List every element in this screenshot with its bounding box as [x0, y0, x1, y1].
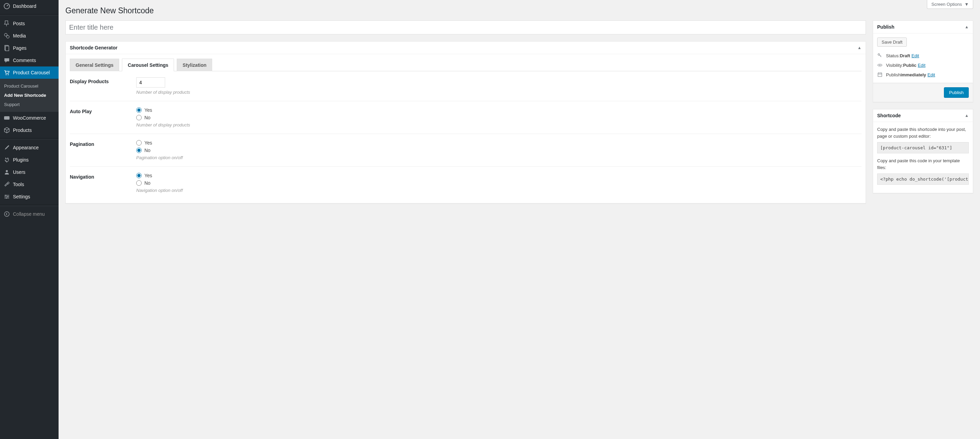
visibility-label: Visibility: — [886, 63, 903, 68]
sidebar-submenu: Product Carousel Add New Shortcode Suppo… — [0, 79, 59, 112]
sidebar-item-label: Pages — [13, 45, 27, 51]
radio-label: Yes — [145, 107, 152, 113]
sidebar-item-tools[interactable]: Tools — [0, 178, 59, 190]
field-description: Pagination option on/off — [136, 155, 862, 160]
sidebar-item-label: Posts — [13, 21, 25, 26]
shortcode-instruction-1: Copy and paste this shortcode into your … — [877, 126, 969, 139]
display-products-input[interactable] — [136, 77, 165, 88]
radio-label: No — [145, 148, 151, 153]
shortcode-generator-box: Shortcode Generator ▲ General Settings C… — [65, 41, 866, 203]
save-draft-button[interactable]: Save Draft — [877, 37, 907, 47]
svg-point-11 — [6, 198, 7, 199]
sidebar-item-products[interactable]: Products — [0, 124, 59, 136]
plug-icon — [3, 156, 10, 163]
sidebar-item-pages[interactable]: Pages — [0, 42, 59, 54]
edit-status-link[interactable]: Edit — [912, 53, 919, 58]
chevron-down-icon: ▼ — [963, 2, 969, 7]
svg-point-2 — [6, 35, 9, 38]
sidebar-item-woocommerce[interactable]: WooCommerce — [0, 112, 59, 124]
cart-icon — [3, 69, 10, 76]
collapse-icon — [3, 211, 10, 217]
sidebar-item-label: Comments — [13, 57, 36, 63]
sidebar-item-posts[interactable]: Posts — [0, 18, 59, 30]
svg-point-5 — [6, 74, 7, 75]
shortcode-code-1[interactable]: [product-carousel id="631"] — [877, 142, 969, 153]
box-title: Publish — [877, 24, 894, 30]
screen-options-label: Screen Options — [931, 2, 962, 7]
edit-publish-link[interactable]: Edit — [928, 72, 935, 77]
field-navigation: Navigation Yes No Navigation option on/o… — [70, 167, 862, 199]
sidebar-item-label: Users — [13, 169, 25, 175]
comment-icon — [3, 57, 10, 64]
svg-point-9 — [5, 195, 6, 196]
sidebar-item-dashboard[interactable]: Dashboard — [0, 0, 59, 12]
sidebar-item-users[interactable]: Users — [0, 166, 59, 178]
autoplay-no-radio[interactable] — [136, 115, 142, 120]
status-label: Status: — [886, 53, 900, 58]
sidebar-item-media[interactable]: Media — [0, 30, 59, 42]
box-icon — [3, 127, 10, 134]
calendar-icon — [877, 72, 884, 77]
field-display-products: Display Products Number of display produ… — [70, 71, 862, 101]
status-value: Draft — [900, 53, 910, 58]
edit-visibility-link[interactable]: Edit — [918, 63, 925, 68]
box-toggle[interactable]: ▲ — [965, 113, 969, 118]
publish-value: immediately — [900, 72, 926, 77]
publish-date-row: Publish immediately Edit — [877, 70, 969, 80]
sidebar-item-product-carousel[interactable]: Product Carousel — [0, 67, 59, 79]
page-icon — [3, 45, 10, 51]
page-title: Generate New Shortcode — [65, 0, 973, 21]
sidebar-item-label: Plugins — [13, 157, 29, 163]
visibility-value: Public — [903, 63, 916, 68]
submenu-item-support[interactable]: Support — [0, 100, 59, 109]
sidebar-item-label: WooCommerce — [13, 115, 46, 121]
pin-icon — [3, 20, 10, 27]
field-label: Pagination — [70, 140, 136, 160]
title-input[interactable] — [65, 21, 866, 34]
dashboard-icon — [3, 3, 10, 10]
svg-point-8 — [6, 170, 8, 172]
woocommerce-icon — [3, 115, 10, 121]
svg-point-10 — [8, 196, 8, 197]
box-toggle[interactable]: ▲ — [965, 24, 969, 29]
eye-icon — [877, 62, 884, 68]
publish-button[interactable]: Publish — [944, 87, 969, 98]
pagination-no-radio[interactable] — [136, 148, 142, 153]
wrench-icon — [3, 181, 10, 188]
svg-point-6 — [8, 74, 9, 75]
sidebar-item-collapse[interactable]: Collapse menu — [0, 208, 59, 220]
svg-rect-7 — [4, 116, 10, 120]
sidebar-item-appearance[interactable]: Appearance — [0, 142, 59, 154]
pagination-yes-radio[interactable] — [136, 140, 142, 145]
submenu-item-product-carousel[interactable]: Product Carousel — [0, 81, 59, 91]
tab-stylization[interactable]: Stylization — [177, 59, 212, 71]
shortcode-box: Shortcode ▲ Copy and paste this shortcod… — [873, 109, 973, 193]
sidebar-item-plugins[interactable]: Plugins — [0, 154, 59, 166]
screen-options-button[interactable]: Screen Options ▼ — [927, 0, 973, 9]
autoplay-yes-radio[interactable] — [136, 107, 142, 113]
main-content: Screen Options ▼ Generate New Shortcode … — [59, 0, 980, 439]
navigation-no-radio[interactable] — [136, 180, 142, 186]
status-row: Status: Draft Edit — [877, 51, 969, 60]
sidebar-item-label: Products — [13, 128, 32, 133]
shortcode-instruction-2: Copy and paste this code in your templat… — [877, 158, 969, 171]
sidebar-item-settings[interactable]: Settings — [0, 190, 59, 203]
sidebar-item-label: Product Carousel — [13, 70, 50, 75]
sidebar-item-label: Tools — [13, 182, 24, 187]
navigation-yes-radio[interactable] — [136, 173, 142, 178]
sidebar-item-label: Appearance — [13, 145, 39, 150]
shortcode-code-2[interactable]: <?php echo do_shortcode('[product — [877, 174, 969, 185]
svg-point-12 — [5, 212, 9, 216]
field-description: Navigation option on/off — [136, 188, 862, 193]
field-description: Number of display products — [136, 122, 862, 128]
tab-carousel-settings[interactable]: Carousel Settings — [122, 59, 174, 71]
brush-icon — [3, 144, 10, 151]
box-toggle[interactable]: ▲ — [858, 45, 862, 50]
radio-label: Yes — [145, 140, 152, 145]
sidebar-item-label: Media — [13, 33, 26, 38]
submenu-item-add-new[interactable]: Add New Shortcode — [0, 91, 59, 100]
sidebar-item-comments[interactable]: Comments — [0, 54, 59, 67]
tab-general-settings[interactable]: General Settings — [70, 59, 119, 71]
sliders-icon — [3, 193, 10, 200]
field-label: Navigation — [70, 173, 136, 193]
